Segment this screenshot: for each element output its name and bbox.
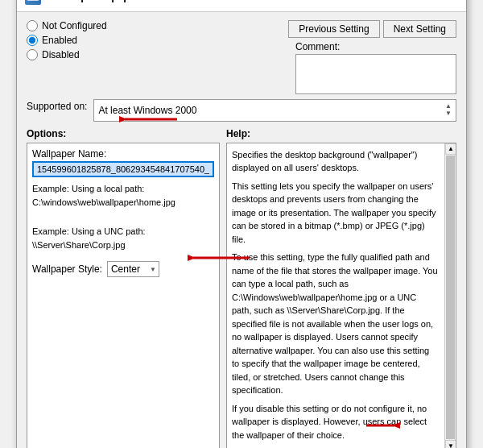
header-bar: Desktop Wallpaper [17, 0, 466, 12]
wallpaper-name-label: Wallpaper Name: [32, 148, 214, 160]
radio-not-configured-label: Not Configured [42, 20, 107, 31]
help-p2: This setting lets you specify the wallpa… [232, 180, 438, 247]
right-top: Previous Setting Next Setting Comment: [288, 20, 456, 94]
options-label-container: Options: [27, 128, 220, 139]
options-label: Options: [27, 128, 66, 139]
scroll-up-icon[interactable]: ▲ [445, 103, 452, 110]
radio-enabled-label: Enabled [42, 35, 77, 46]
supported-row: Supported on: At least Windows 2000 ▲ ▼ [27, 99, 456, 122]
example-texts: Example: Using a local path: C:\windows\… [32, 182, 214, 253]
options-panel: Wallpaper Name: Example: Using a local p… [27, 143, 220, 448]
supported-on-value: At least Windows 2000 [98, 105, 196, 116]
left-top: Not Configured Enabled Disabled [27, 20, 107, 94]
comment-textarea[interactable] [295, 54, 456, 94]
header-title: Desktop Wallpaper [46, 0, 140, 2]
radio-disabled-input[interactable] [27, 49, 38, 60]
main-panels: Wallpaper Name: Example: Using a local p… [27, 143, 456, 448]
radio-not-configured-input[interactable] [27, 20, 38, 31]
example-local-path: C:\windows\web\wallpaper\home.jpg [32, 196, 214, 210]
help-p3: To use this setting, type the fully qual… [232, 251, 438, 397]
help-label: Help: [226, 128, 250, 139]
help-text: Specifies the desktop background ("wallp… [232, 148, 451, 442]
comment-label: Comment: [295, 41, 456, 52]
previous-setting-button[interactable]: Previous Setting [288, 20, 379, 38]
supported-scroll: ▲ ▼ [445, 103, 452, 117]
radio-not-configured[interactable]: Not Configured [27, 20, 107, 31]
radio-disabled-label: Disabled [42, 49, 80, 60]
top-section: Not Configured Enabled Disabled Previous… [27, 20, 456, 94]
top-buttons: Previous Setting Next Setting [288, 20, 456, 38]
help-panel: Specifies the desktop background ("wallp… [226, 143, 456, 448]
section-labels-row: Options: Help: [27, 128, 456, 139]
help-p4: If you disable this setting or do not co… [232, 402, 438, 442]
example-unc-path: \\Server\Share\Corp.jpg [32, 239, 214, 253]
radio-enabled[interactable]: Enabled [27, 35, 107, 46]
supported-on-box: At least Windows 2000 ▲ ▼ [93, 99, 456, 122]
style-select-wrapper: Center Tile Stretch Fit Fill Span [107, 261, 159, 277]
wallpaper-name-input[interactable] [32, 161, 214, 177]
help-scroll-up[interactable]: ▲ [445, 143, 456, 155]
radio-enabled-input[interactable] [27, 35, 38, 46]
example-local-label: Example: Using a local path: [32, 182, 214, 197]
radio-section: Not Configured Enabled Disabled [27, 20, 107, 60]
example-unc-label: Example: Using a UNC path: [32, 225, 214, 239]
wallpaper-style-label: Wallpaper Style: [32, 263, 102, 275]
help-label-container: Help: [226, 128, 456, 139]
next-setting-button[interactable]: Next Setting [383, 20, 456, 38]
help-scrollbar: ▲ ▼ [444, 143, 456, 448]
scroll-down-icon[interactable]: ▼ [445, 110, 452, 117]
wallpaper-name-section: Wallpaper Name: [32, 148, 214, 177]
comment-area: Comment: [295, 41, 456, 94]
supported-on-label: Supported on: [27, 99, 87, 112]
content-area: Not Configured Enabled Disabled Previous… [17, 12, 466, 448]
help-p1: Specifies the desktop background ("wallp… [232, 148, 438, 175]
wallpaper-style-select[interactable]: Center Tile Stretch Fit Fill Span [107, 261, 159, 277]
help-scroll-down[interactable]: ▼ [445, 440, 456, 448]
main-window: Desktop Wallpaper ─ □ ✕ Desktop Wallpape… [16, 0, 467, 448]
header-icon [25, 0, 41, 5]
radio-disabled[interactable]: Disabled [27, 49, 107, 60]
help-scroll-thumb[interactable] [446, 156, 455, 440]
style-row: Wallpaper Style: Center Tile Stretch Fit… [32, 261, 214, 277]
